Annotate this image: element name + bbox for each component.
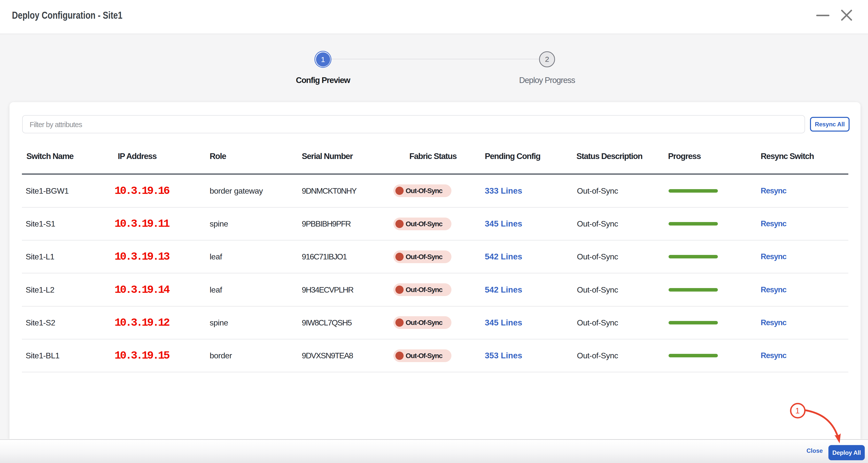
- svg-text:1: 1: [795, 406, 800, 415]
